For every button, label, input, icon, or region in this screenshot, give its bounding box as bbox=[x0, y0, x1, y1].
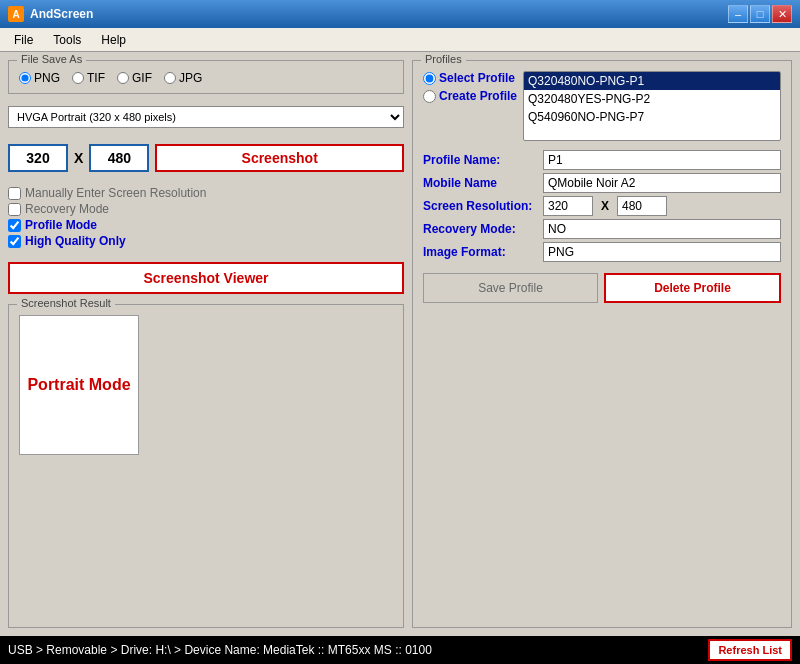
status-bar: USB > Removable > Drive: H:\ > Device Na… bbox=[0, 636, 800, 664]
profile-mode-checkbox[interactable] bbox=[8, 219, 21, 232]
result-canvas: Portrait Mode bbox=[19, 315, 139, 455]
recovery-mode-row: Recovery Mode: bbox=[423, 219, 781, 239]
format-radio-row: PNG TIF GIF JPG bbox=[19, 71, 393, 85]
profiles-radio-col: Select Profile Create Profile bbox=[423, 71, 517, 141]
title-bar-left: A AndScreen bbox=[8, 6, 93, 22]
menu-help[interactable]: Help bbox=[91, 31, 136, 49]
select-profile-label: Select Profile bbox=[439, 71, 515, 85]
save-profile-button[interactable]: Save Profile bbox=[423, 273, 598, 303]
screen-res-width-input[interactable] bbox=[543, 196, 593, 216]
profile-action-row: Save Profile Delete Profile bbox=[423, 273, 781, 303]
screen-res-height-input[interactable] bbox=[617, 196, 667, 216]
screenshot-result-group: Screenshot Result Portrait Mode bbox=[8, 304, 404, 628]
format-png[interactable]: PNG bbox=[19, 71, 60, 85]
profile-item-1[interactable]: Q320480NO-PNG-P1 bbox=[524, 72, 780, 90]
manually-enter-checkbox[interactable] bbox=[8, 187, 21, 200]
screen-resolution-row: Screen Resolution: X bbox=[423, 196, 781, 216]
profile-item-2[interactable]: Q320480YES-PNG-P2 bbox=[524, 90, 780, 108]
app-icon: A bbox=[8, 6, 24, 22]
app-title: AndScreen bbox=[30, 7, 93, 21]
profile-name-input[interactable] bbox=[543, 150, 781, 170]
profile-item-3[interactable]: Q540960NO-PNG-P7 bbox=[524, 108, 780, 126]
options-section: Manually Enter Screen Resolution Recover… bbox=[8, 186, 404, 248]
main-content: File Save As PNG TIF GIF JPG HVGA Portr bbox=[0, 52, 800, 636]
mobile-name-input[interactable] bbox=[543, 173, 781, 193]
profiles-inner: Select Profile Create Profile Q320480NO-… bbox=[423, 71, 781, 619]
high-quality-option[interactable]: High Quality Only bbox=[8, 234, 404, 248]
mobile-name-row: Mobile Name bbox=[423, 173, 781, 193]
format-tif-radio[interactable] bbox=[72, 72, 84, 84]
profiles-group: Profiles Select Profile Create Profile bbox=[412, 60, 792, 628]
create-profile-option[interactable]: Create Profile bbox=[423, 89, 517, 103]
resolution-input-row: X Screenshot bbox=[8, 144, 404, 172]
menu-bar: File Tools Help bbox=[0, 28, 800, 52]
create-profile-radio[interactable] bbox=[423, 90, 436, 103]
profiles-list[interactable]: Q320480NO-PNG-P1 Q320480YES-PNG-P2 Q5409… bbox=[523, 71, 781, 141]
format-gif-radio[interactable] bbox=[117, 72, 129, 84]
profile-name-row: Profile Name: bbox=[423, 150, 781, 170]
profiles-title: Profiles bbox=[421, 53, 466, 65]
screenshot-viewer-button[interactable]: Screenshot Viewer bbox=[8, 262, 404, 294]
format-jpg-radio[interactable] bbox=[164, 72, 176, 84]
profile-name-label: Profile Name: bbox=[423, 153, 543, 167]
maximize-button[interactable]: □ bbox=[750, 5, 770, 23]
left-panel: File Save As PNG TIF GIF JPG HVGA Portr bbox=[8, 60, 404, 628]
refresh-list-button[interactable]: Refresh List bbox=[708, 639, 792, 661]
width-input[interactable] bbox=[8, 144, 68, 172]
delete-profile-button[interactable]: Delete Profile bbox=[604, 273, 781, 303]
select-profile-option[interactable]: Select Profile bbox=[423, 71, 517, 85]
recovery-mode-checkbox[interactable] bbox=[8, 203, 21, 216]
recovery-mode-input[interactable] bbox=[543, 219, 781, 239]
close-button[interactable]: ✕ bbox=[772, 5, 792, 23]
res-x-label: X bbox=[601, 199, 609, 213]
menu-file[interactable]: File bbox=[4, 31, 43, 49]
profile-mode-option[interactable]: Profile Mode bbox=[8, 218, 404, 232]
menu-tools[interactable]: Tools bbox=[43, 31, 91, 49]
image-format-row: Image Format: bbox=[423, 242, 781, 262]
recovery-mode-option[interactable]: Recovery Mode bbox=[8, 202, 404, 216]
portrait-mode-text: Portrait Mode bbox=[27, 376, 130, 394]
screenshot-button[interactable]: Screenshot bbox=[155, 144, 404, 172]
image-format-label: Image Format: bbox=[423, 245, 543, 259]
status-text: USB > Removable > Drive: H:\ > Device Na… bbox=[8, 643, 432, 657]
x-label: X bbox=[74, 150, 83, 166]
file-save-title: File Save As bbox=[17, 53, 86, 65]
select-profile-radio[interactable] bbox=[423, 72, 436, 85]
screen-res-label: Screen Resolution: bbox=[423, 199, 543, 213]
height-input[interactable] bbox=[89, 144, 149, 172]
minimize-button[interactable]: – bbox=[728, 5, 748, 23]
format-tif[interactable]: TIF bbox=[72, 71, 105, 85]
recovery-mode-detail-label: Recovery Mode: bbox=[423, 222, 543, 236]
title-bar: A AndScreen – □ ✕ bbox=[0, 0, 800, 28]
format-jpg[interactable]: JPG bbox=[164, 71, 202, 85]
high-quality-checkbox[interactable] bbox=[8, 235, 21, 248]
resolution-dropdown[interactable]: HVGA Portrait (320 x 480 pixels) bbox=[8, 106, 404, 128]
file-save-group: File Save As PNG TIF GIF JPG bbox=[8, 60, 404, 94]
screenshot-result-title: Screenshot Result bbox=[17, 297, 115, 309]
resolution-dropdown-row: HVGA Portrait (320 x 480 pixels) bbox=[8, 106, 404, 128]
image-format-input[interactable] bbox=[543, 242, 781, 262]
mobile-name-label: Mobile Name bbox=[423, 176, 543, 190]
profiles-top-row: Select Profile Create Profile Q320480NO-… bbox=[423, 71, 781, 141]
format-gif[interactable]: GIF bbox=[117, 71, 152, 85]
title-bar-buttons: – □ ✕ bbox=[728, 5, 792, 23]
manually-enter-option[interactable]: Manually Enter Screen Resolution bbox=[8, 186, 404, 200]
create-profile-label: Create Profile bbox=[439, 89, 517, 103]
right-panel: Profiles Select Profile Create Profile bbox=[412, 60, 792, 628]
format-png-radio[interactable] bbox=[19, 72, 31, 84]
profile-details: Profile Name: Mobile Name Screen Resolut… bbox=[423, 147, 781, 265]
